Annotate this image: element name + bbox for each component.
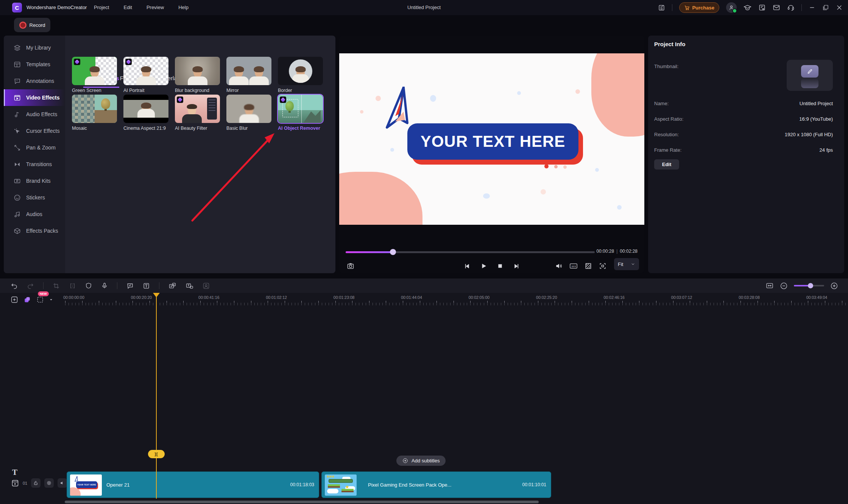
effect-card-mosaic[interactable]: Mosaic [72, 95, 117, 131]
sidebar-item-effects-packs[interactable]: Effects Packs [4, 222, 65, 239]
timeline-horizontal-scrollbar[interactable] [65, 501, 539, 503]
play-icon[interactable] [480, 263, 487, 269]
dropdown-caret-icon[interactable] [49, 298, 53, 302]
panel-title: Project Info [654, 41, 686, 47]
effect-card-ai-portrait[interactable]: AI Portrait [123, 57, 168, 93]
edit-thumbnail-button[interactable] [801, 65, 818, 78]
clip-opener-21[interactable]: YOUR TEXT HERE Opener 21 00:01:18:03 [67, 471, 319, 498]
sidebar-item-transitions[interactable]: Transitions [4, 156, 65, 173]
close-icon[interactable] [836, 4, 843, 11]
zoom-slider-handle[interactable] [808, 283, 813, 288]
sidebar-item-audio-effects[interactable]: Audio Effects [4, 106, 65, 123]
effect-card-basic-blur[interactable]: Basic Blur [226, 95, 271, 131]
add-track-icon[interactable] [11, 296, 18, 303]
playhead-split-handle[interactable]: ][ [148, 450, 165, 458]
mask-icon[interactable] [85, 282, 92, 289]
aspect-ratio-value: 16:9 (YouTube) [799, 116, 833, 122]
timeline-zoom-slider[interactable] [794, 285, 824, 286]
crop-icon[interactable] [53, 282, 60, 289]
aspect-16-9-icon[interactable]: 16:9 [569, 262, 578, 270]
fit-timeline-icon[interactable] [765, 282, 774, 289]
add-subtitles-button[interactable]: Add subtitles [396, 456, 446, 466]
release-notes-icon[interactable] [658, 4, 665, 11]
mic-icon[interactable] [101, 282, 108, 289]
sidebar-item-cursor-effects[interactable]: Cursor Effects [4, 123, 65, 139]
timeline-ruler[interactable]: NEW 00:00:00:0000:00:20:2000:00:41:1600:… [0, 293, 848, 308]
redo-icon[interactable] [27, 282, 34, 289]
playback-progress-row: 00:00:28|00:02:28 [339, 248, 644, 256]
banner-text: YOUR TEXT HERE [421, 132, 566, 151]
mail-icon[interactable] [773, 4, 780, 11]
decor-blob [591, 53, 644, 137]
thumbnail-reflection [801, 78, 818, 88]
clip-thumbnail [325, 474, 357, 496]
effect-card-mirror[interactable]: Mirror [226, 57, 271, 93]
support-headset-icon[interactable] [787, 4, 795, 11]
caption-icon[interactable] [186, 282, 193, 289]
account-icon[interactable] [726, 2, 737, 13]
decor-blob [339, 172, 422, 225]
ruler-ticks-minor [65, 303, 848, 305]
effect-card-ai-beauty-filter[interactable]: AI Beauty Filter [175, 95, 220, 131]
zoom-out-icon[interactable] [780, 282, 788, 290]
minimize-icon[interactable] [809, 4, 815, 11]
sidebar-item-my-library[interactable]: My Library [4, 39, 65, 56]
clip-pixel-gaming[interactable]: Pixel Gaming End Screen Pack Ope... 00:0… [321, 471, 551, 498]
sidebar-item-annotations[interactable]: Annotations [4, 73, 65, 89]
annotation-bubble-icon[interactable] [126, 282, 134, 289]
playhead-line[interactable] [156, 293, 157, 499]
effect-card-border[interactable]: Border [278, 57, 323, 93]
effect-card-cinema-aspect[interactable]: Cinema Aspect 21:9 [123, 95, 168, 131]
shortcut-clipboard-icon[interactable] [758, 4, 766, 11]
preview-canvas[interactable]: YOUR TEXT HERE [339, 53, 644, 225]
transitions-icon [14, 161, 21, 168]
text-icon[interactable] [143, 282, 150, 289]
fit-dropdown[interactable]: Fit [614, 258, 639, 270]
record-button[interactable]: Record [14, 18, 50, 32]
selection-box-icon[interactable] [36, 296, 44, 303]
lock-icon[interactable] [31, 478, 41, 488]
sidebar-item-pan-zoom[interactable]: Pan & Zoom [4, 139, 65, 156]
svg-text:16:9: 16:9 [571, 265, 575, 268]
effect-card-green-screen[interactable]: Green Screen [72, 57, 117, 93]
name-value: Untitled Project [800, 101, 833, 106]
zoom-in-icon[interactable] [830, 282, 838, 290]
avatar-effect-icon[interactable] [203, 282, 210, 289]
stripes-icon[interactable] [585, 262, 592, 270]
next-frame-icon[interactable] [513, 263, 519, 269]
edit-project-button[interactable]: Edit [654, 159, 679, 170]
toolbar-divider [43, 282, 44, 289]
frame-rate-label: Frame Rate: [654, 147, 681, 153]
record-toggle-icon[interactable] [44, 478, 54, 488]
record-dot-icon [19, 22, 26, 29]
person-figure [135, 66, 157, 85]
volume-icon[interactable] [555, 262, 563, 270]
mosaic-pattern [72, 95, 95, 123]
maximize-icon[interactable] [822, 4, 829, 11]
clip-duration: 00:01:18:03 [290, 482, 314, 487]
undo-icon[interactable] [11, 282, 18, 289]
progress-bar[interactable] [346, 251, 595, 253]
split-icon[interactable] [69, 282, 76, 289]
effect-card-blur-background[interactable]: Blur background [175, 57, 220, 93]
magnetic-track-icon[interactable] [23, 296, 31, 303]
prev-frame-icon[interactable] [464, 263, 471, 269]
purchase-button[interactable]: Purchase [679, 2, 719, 13]
sidebar-item-video-effects[interactable]: Video Effects [4, 89, 65, 106]
sidebar-item-brand-kits[interactable]: Brand Kits [4, 173, 65, 189]
tutorial-cap-icon[interactable] [744, 4, 751, 12]
effect-card-ai-object-remover[interactable]: AI Object Remover [278, 95, 323, 131]
progress-handle[interactable] [390, 249, 396, 255]
thumbnail-box[interactable] [787, 60, 833, 91]
subtitle-icon[interactable] [168, 282, 176, 289]
fit-screen-icon[interactable] [599, 262, 606, 270]
sidebar-item-stickers[interactable]: Stickers [4, 189, 65, 206]
titlebar-divider [801, 4, 802, 11]
sidebar-item-audios[interactable]: Audios [4, 206, 65, 222]
pro-badge-icon [177, 96, 183, 103]
stop-icon[interactable] [497, 263, 503, 269]
sidebar-item-templates[interactable]: Templates [4, 56, 65, 73]
mute-icon[interactable] [58, 478, 67, 488]
snapshot-camera-icon[interactable] [347, 262, 354, 270]
playhead-marker[interactable] [153, 293, 160, 297]
